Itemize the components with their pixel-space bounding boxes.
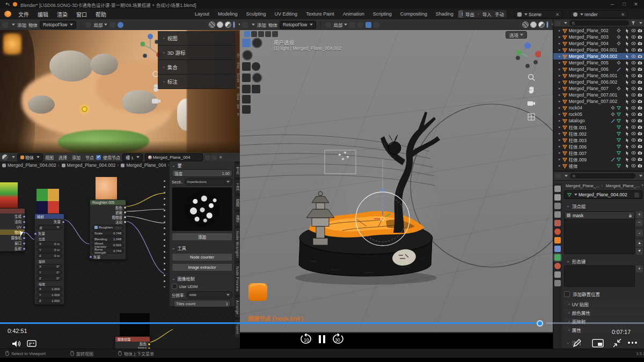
mapping-value-row[interactable]: Z0 m [36, 253, 62, 258]
manual-button[interactable]: 手动 [495, 11, 504, 17]
annotate-tool[interactable] [242, 85, 251, 93]
add-texture-button[interactable]: 添加 [172, 233, 232, 241]
mapping-type-dropdown[interactable]: 点 [36, 225, 62, 230]
properties-tab-object-icon[interactable] [554, 237, 561, 243]
use-nodes-checkbox[interactable] [96, 155, 101, 160]
pin-icon[interactable]: ⌖ [641, 183, 644, 188]
menu-item[interactable]: 帮助 [91, 10, 111, 18]
unlink-material-icon[interactable]: ✕ [219, 155, 223, 160]
output-socket[interactable] [123, 216, 127, 219]
hide-eye-icon[interactable] [631, 106, 636, 110]
editor-type-icon[interactable] [242, 22, 248, 28]
outliner-row[interactable]: ▸ Merged_Plane_006.002 [553, 79, 644, 85]
imperfection-preview[interactable] [172, 187, 232, 231]
selectable-icon[interactable] [625, 99, 630, 104]
output-socket[interactable] [62, 220, 65, 224]
render-camera-icon[interactable] [638, 73, 642, 78]
cursor-tool[interactable] [252, 38, 262, 48]
selectable-icon[interactable] [625, 106, 630, 110]
hide-eye-icon[interactable] [631, 41, 636, 46]
shader-menu-item[interactable]: 节点 [85, 154, 94, 160]
material-shading-icon[interactable] [538, 21, 545, 28]
close-button[interactable]: ✕ [630, 2, 642, 7]
hide-eye-icon[interactable] [631, 164, 636, 168]
disclosure-icon[interactable]: ▸ [559, 54, 561, 58]
output-socket[interactable] [23, 237, 26, 240]
disclosure-icon[interactable]: ▸ [559, 106, 561, 110]
selectable-icon[interactable] [625, 138, 630, 143]
exit-fullscreen-icon[interactable] [612, 338, 623, 348]
roughgen-param-slider[interactable]: Bump strength0.744 [92, 248, 124, 254]
rendered-shading-icon[interactable] [547, 21, 548, 28]
video-progress-handle[interactable] [537, 320, 543, 327]
filter-icon[interactable] [631, 21, 635, 25]
hide-eye-icon[interactable] [631, 86, 636, 91]
menu-item[interactable]: 窗口 [72, 10, 91, 18]
menu-item[interactable]: 渲染 [53, 10, 72, 18]
hide-eye-icon[interactable] [631, 61, 636, 65]
node-output-row[interactable]: 反射 [0, 246, 25, 251]
outliner-type-icon[interactable] [555, 21, 560, 26]
outliner-row[interactable]: ▸ Merged_Plane_003 [553, 34, 644, 40]
properties-type-icon[interactable] [555, 173, 561, 179]
workspace-tab[interactable]: Animation [339, 10, 368, 18]
viewport-nav-gizmo[interactable] [514, 42, 541, 70]
render-camera-icon[interactable] [638, 157, 642, 161]
properties-tab-scene-icon[interactable] [554, 220, 561, 226]
player-back-icon[interactable] [4, 2, 11, 7]
mapping-value-row[interactable]: Y0° [36, 270, 62, 275]
ortho-grid-icon[interactable] [527, 113, 536, 121]
render-camera-icon[interactable] [638, 93, 642, 97]
node-output-row[interactable]: 法向 [90, 219, 126, 224]
npanel-section[interactable]: › 视图 [158, 31, 236, 46]
mapping-value-row[interactable]: Y0 m [36, 247, 62, 253]
blender-menu-icon[interactable] [4, 11, 11, 17]
gizmo-toggle-icon[interactable] [365, 22, 371, 28]
outliner-row[interactable]: ▸ Merged_Plane_006.001 [553, 72, 644, 79]
render-camera-icon[interactable] [638, 119, 642, 123]
vertex-group-row[interactable]: mask [565, 212, 634, 219]
texcoord-node-header[interactable] [0, 209, 25, 213]
scene-selector[interactable]: Scene ✕ [514, 10, 562, 18]
properties-tab-tool-icon[interactable] [554, 186, 561, 192]
add-shape-key-button[interactable]: + [636, 265, 643, 272]
lock-icon[interactable] [628, 213, 632, 218]
disclosure-icon[interactable]: ▸ [559, 144, 561, 149]
selectable-icon[interactable] [625, 93, 630, 98]
disclosure-icon[interactable]: ▸ [559, 93, 561, 97]
udim-checkbox[interactable] [172, 284, 177, 289]
properties-tab-world-icon[interactable] [554, 228, 561, 235]
move-vgroup-down-button[interactable]: ▼ [636, 248, 643, 255]
properties-tab-texture-icon[interactable] [554, 280, 561, 286]
render-camera-icon[interactable] [638, 164, 642, 168]
roughgen-param-slider[interactable]: Blending1.048 [92, 237, 124, 242]
outliner-row[interactable]: ▸ Merged_Plane_006 [553, 66, 644, 72]
vertex-groups-list[interactable]: mask [564, 211, 635, 254]
outliner-row[interactable]: ▸ 柱体.002 [553, 130, 644, 137]
wireframe-shading-icon[interactable] [522, 21, 529, 28]
sidebar-tab[interactable]: Arrange [235, 297, 240, 319]
hide-eye-icon[interactable] [631, 157, 636, 161]
pivot-menu[interactable]: 局部 [93, 21, 107, 28]
viewport-3d[interactable]: 用户透视 (1) light | Merged_Plane_004.002 [240, 30, 553, 333]
mapping-value-row[interactable]: 缩放 [36, 282, 62, 286]
disclosure-icon[interactable]: ▸ [559, 67, 561, 71]
selectable-icon[interactable] [625, 119, 630, 123]
import-button[interactable]: 导入 [482, 11, 492, 17]
material-selector[interactable]: Merged_Plane_004 [145, 153, 203, 161]
hide-eye-icon[interactable] [631, 125, 636, 129]
fake-user-icon[interactable] [205, 155, 210, 160]
render-camera-icon[interactable] [638, 61, 642, 65]
hide-eye-icon[interactable] [631, 35, 636, 39]
outliner-row[interactable]: ▸ 柱体.003 [553, 137, 644, 143]
outliner-row[interactable]: ▸ Merged_Plane_004.001 [553, 47, 644, 53]
section-dropdown[interactable]: Imperfections [185, 178, 232, 186]
resolution-dropdown[interactable]: 4096 [187, 291, 232, 299]
video-progress-remaining[interactable] [546, 322, 644, 324]
hide-eye-icon[interactable] [631, 73, 636, 78]
cursor-mode-icon[interactable] [272, 31, 278, 37]
outliner-row[interactable]: ▸ tatalogo [553, 117, 644, 124]
measure-tool[interactable] [252, 85, 260, 93]
minimize-button[interactable]: ─ [606, 2, 618, 7]
image-texture-node[interactable]: 图像纹理 颜色Alpha [115, 336, 150, 349]
